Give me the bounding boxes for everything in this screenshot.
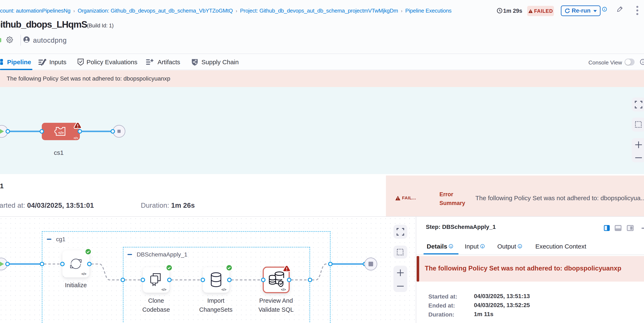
- svg-text:</>: </>: [162, 288, 166, 291]
- svg-text:</>: </>: [74, 136, 78, 140]
- svg-text:</>: </>: [58, 131, 64, 135]
- svg-text:</>: </>: [281, 288, 286, 291]
- svg-text:</>: </>: [82, 272, 86, 276]
- svg-text:</>: </>: [222, 288, 226, 291]
